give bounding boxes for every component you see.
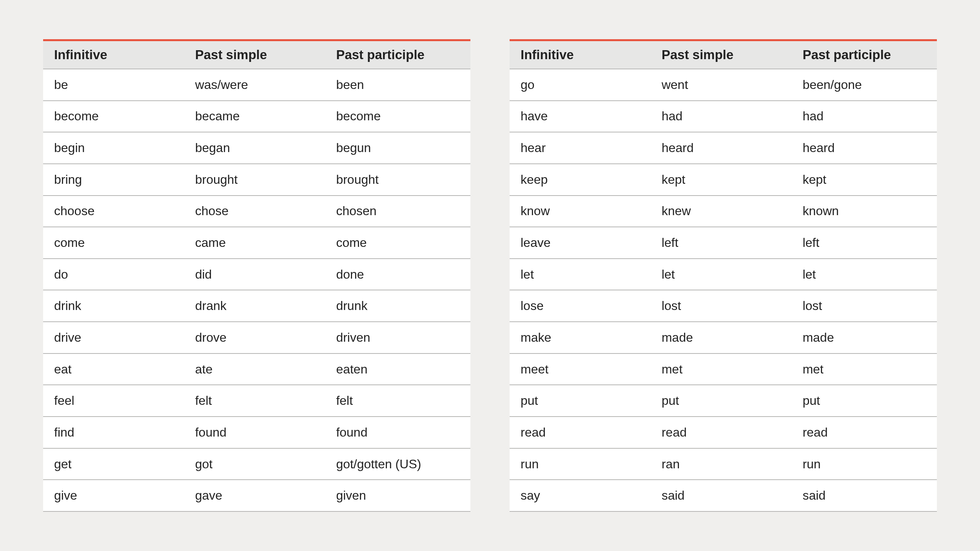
table-cell: leave: [510, 227, 651, 259]
table-cell: left: [651, 227, 792, 259]
table-row: choosechosechosen: [43, 196, 470, 227]
table-row: knowknewknown: [510, 196, 937, 227]
table-cell: lose: [510, 290, 651, 322]
table-cell: chose: [184, 196, 325, 227]
table-row: dodiddone: [43, 259, 470, 290]
table-row: loselostlost: [510, 290, 937, 322]
table-row: getgotgot/gotten (US): [43, 448, 470, 480]
table-cell: ate: [184, 353, 325, 385]
table-row: givegavegiven: [43, 480, 470, 511]
table-cell: known: [791, 196, 937, 227]
table-cell: begun: [325, 132, 470, 164]
table-cell: drank: [184, 290, 325, 322]
table-cell: lost: [791, 290, 937, 322]
table-cell: been/gone: [791, 69, 937, 101]
table-cell: came: [184, 227, 325, 259]
table-cell: go: [510, 69, 651, 101]
table-cell: done: [325, 259, 470, 290]
table-cell: chosen: [325, 196, 470, 227]
table-row: readreadread: [510, 417, 937, 448]
table-row: gowentbeen/gone: [510, 69, 937, 101]
table-cell: read: [791, 417, 937, 448]
table-cell: drive: [43, 322, 184, 353]
table-row: havehadhad: [510, 101, 937, 132]
table-header-row: Infinitive Past simple Past participle: [510, 40, 937, 69]
table-cell: said: [791, 480, 937, 511]
col-infinitive: Infinitive: [510, 40, 651, 69]
table-cell: met: [651, 353, 792, 385]
table-row: letletlet: [510, 259, 937, 290]
table-cell: eaten: [325, 353, 470, 385]
table-cell: knew: [651, 196, 792, 227]
table-cell: driven: [325, 322, 470, 353]
table-cell: been: [325, 69, 470, 101]
table-cell: heard: [791, 132, 937, 164]
table-cell: come: [43, 227, 184, 259]
col-infinitive: Infinitive: [43, 40, 184, 69]
table-cell: feel: [43, 385, 184, 417]
table-cell: hear: [510, 132, 651, 164]
table-cell: felt: [184, 385, 325, 417]
table-row: meetmetmet: [510, 353, 937, 385]
table-cell: have: [510, 101, 651, 132]
table-cell: let: [651, 259, 792, 290]
table-cell: become: [43, 101, 184, 132]
table-cell: drunk: [325, 290, 470, 322]
table-cell: meet: [510, 353, 651, 385]
table-cell: said: [651, 480, 792, 511]
table-cell: read: [510, 417, 651, 448]
table-cell: began: [184, 132, 325, 164]
table-row: putputput: [510, 385, 937, 417]
table-cell: run: [791, 448, 937, 480]
table-cell: put: [510, 385, 651, 417]
table-cell: felt: [325, 385, 470, 417]
table-row: comecamecome: [43, 227, 470, 259]
table-cell: lost: [651, 290, 792, 322]
table-cell: let: [791, 259, 937, 290]
table-row: drinkdrankdrunk: [43, 290, 470, 322]
col-past-simple: Past simple: [184, 40, 325, 69]
table-row: eatateeaten: [43, 353, 470, 385]
table-cell: kept: [651, 164, 792, 196]
table-cell: got/gotten (US): [325, 448, 470, 480]
table-row: bringbroughtbrought: [43, 164, 470, 196]
table-cell: drove: [184, 322, 325, 353]
table-cell: went: [651, 69, 792, 101]
table-body-right: gowentbeen/gonehavehadhadhearheardheardk…: [510, 69, 937, 511]
table-cell: read: [651, 417, 792, 448]
table-row: hearheardheard: [510, 132, 937, 164]
table-cell: put: [791, 385, 937, 417]
table-body-left: bewas/werebeenbecomebecamebecomebeginbeg…: [43, 69, 470, 511]
table-cell: found: [325, 417, 470, 448]
irregular-verbs-table-left: Infinitive Past simple Past participle b…: [43, 39, 470, 512]
irregular-verbs-table-right: Infinitive Past simple Past participle g…: [510, 39, 937, 512]
table-cell: become: [325, 101, 470, 132]
table-cell: made: [791, 322, 937, 353]
table-cell: say: [510, 480, 651, 511]
col-past-simple: Past simple: [651, 40, 792, 69]
table-cell: found: [184, 417, 325, 448]
table-cell: got: [184, 448, 325, 480]
table-cell: left: [791, 227, 937, 259]
table-cell: became: [184, 101, 325, 132]
table-cell: drink: [43, 290, 184, 322]
table-row: makemademade: [510, 322, 937, 353]
table-cell: do: [43, 259, 184, 290]
table-row: drivedrovedriven: [43, 322, 470, 353]
table-row: runranrun: [510, 448, 937, 480]
table-cell: had: [791, 101, 937, 132]
table-cell: run: [510, 448, 651, 480]
table-cell: make: [510, 322, 651, 353]
table-row: leaveleftleft: [510, 227, 937, 259]
table-row: beginbeganbegun: [43, 132, 470, 164]
table-cell: let: [510, 259, 651, 290]
table-cell: come: [325, 227, 470, 259]
table-cell: heard: [651, 132, 792, 164]
table-row: feelfeltfelt: [43, 385, 470, 417]
table-cell: was/were: [184, 69, 325, 101]
table-cell: give: [43, 480, 184, 511]
table-header-row: Infinitive Past simple Past participle: [43, 40, 470, 69]
table-cell: had: [651, 101, 792, 132]
table-cell: made: [651, 322, 792, 353]
table-cell: met: [791, 353, 937, 385]
